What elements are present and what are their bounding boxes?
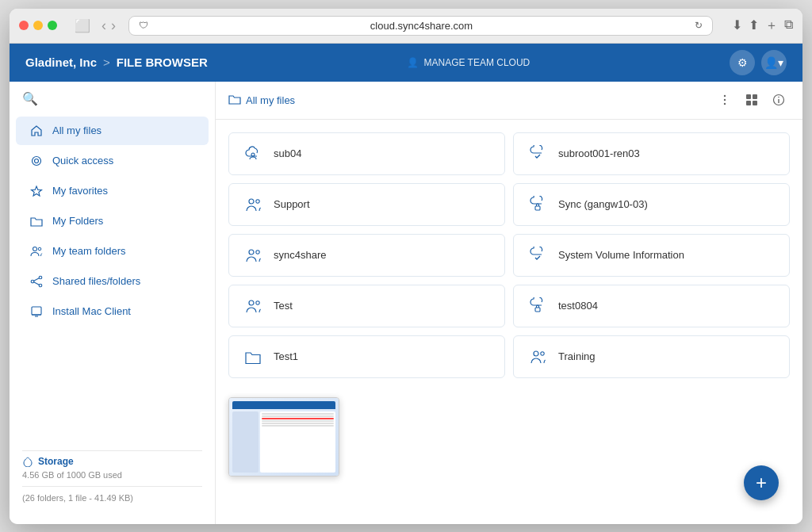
svg-point-6 (39, 284, 42, 287)
manage-team-button[interactable]: 👤 MANAGE TEAM CLOUD (407, 57, 530, 68)
header-center: 👤 MANAGE TEAM CLOUD (217, 57, 720, 68)
svg-rect-26 (535, 206, 540, 210)
svg-point-29 (249, 300, 254, 305)
svg-point-27 (249, 250, 254, 255)
sidebar-item-install-mac[interactable]: Install Mac Client (16, 297, 209, 326)
breadcrumb-folder-icon (228, 93, 241, 108)
view-options (714, 89, 790, 111)
file-icon-cloud-user (242, 143, 264, 165)
storage-detail-count: (26 folders, 1 file - 41.49 KB) (22, 492, 202, 505)
add-icon: + (756, 472, 767, 494)
file-name: subroot001-ren03 (558, 147, 776, 159)
svg-line-9 (34, 281, 40, 284)
svg-point-13 (724, 95, 726, 97)
sidebar-toggle-icon[interactable]: ⬜ (70, 17, 95, 35)
sidebar-item-my-folders[interactable]: My Folders (16, 207, 209, 235)
header-actions: ⚙ 👤▾ (730, 50, 787, 75)
info-button[interactable] (768, 89, 790, 111)
file-card-system-volume[interactable]: System Volume Information (513, 234, 790, 277)
install-icon (29, 304, 44, 320)
svg-marker-2 (32, 186, 42, 196)
sidebar-label-my-team-folders: My team folders (52, 245, 125, 257)
file-card-sub04[interactable]: sub04 (228, 132, 505, 175)
sidebar-item-quick-access[interactable]: Quick access (16, 147, 209, 175)
thumb-line (262, 415, 335, 417)
file-card-subroot001[interactable]: subroot001-ren03 (513, 132, 790, 175)
thumb-header (232, 401, 335, 409)
file-card-sync4share[interactable]: sync4share (228, 234, 505, 277)
svg-point-7 (31, 280, 34, 283)
forward-button[interactable]: › (111, 17, 116, 34)
file-card-training[interactable]: Training (513, 335, 790, 378)
settings-button[interactable]: ⚙ (730, 50, 755, 75)
add-button[interactable]: + (744, 465, 779, 500)
sidebar-label-my-favorites: My favorites (52, 185, 108, 197)
traffic-lights (19, 21, 57, 30)
svg-point-32 (534, 351, 538, 356)
sidebar-item-all-my-files[interactable]: All my files (16, 117, 209, 145)
sidebar-label-shared-files: Shared files/folders (52, 275, 140, 287)
thumb-line (262, 423, 335, 424)
svg-point-3 (33, 247, 37, 251)
svg-point-5 (39, 276, 42, 279)
svg-rect-18 (746, 101, 751, 105)
svg-point-1 (35, 159, 39, 163)
svg-line-8 (34, 277, 40, 280)
tabs-icon[interactable]: ⧉ (784, 17, 793, 34)
file-name: System Volume Information (558, 249, 776, 261)
back-button[interactable]: ‹ (102, 17, 106, 34)
home-icon (29, 123, 44, 139)
sidebar-item-my-team-folders[interactable]: My team folders (16, 237, 209, 266)
file-card-sync-gangw[interactable]: Sync (gangw10-03) (513, 183, 790, 226)
storage-detail-used: 4.56 GB of 1000 GB used (22, 469, 202, 482)
more-options-button[interactable] (714, 89, 736, 111)
svg-rect-16 (746, 94, 751, 99)
sidebar-item-my-favorites[interactable]: My favorites (16, 177, 209, 205)
share-icon[interactable]: ⬆ (749, 17, 759, 34)
sidebar-search[interactable]: 🔍 (10, 91, 215, 116)
grid-view-button[interactable] (741, 89, 763, 111)
svg-point-14 (724, 99, 726, 101)
svg-rect-19 (753, 101, 757, 105)
address-bar[interactable]: 🛡 cloud.sync4share.com ↻ (128, 16, 713, 36)
file-icon-users (242, 193, 264, 216)
file-card-test[interactable]: Test (228, 285, 505, 327)
svg-point-0 (33, 156, 41, 165)
file-name: Test (274, 300, 492, 312)
file-name: Support (274, 198, 492, 210)
svg-point-28 (256, 250, 259, 253)
content-wrapper: All my files (216, 82, 802, 524)
storage-detail-divider (22, 486, 202, 487)
content-header: All my files (216, 82, 802, 120)
nav-buttons: ‹ › (102, 17, 116, 34)
file-card-test1[interactable]: Test1 (228, 335, 505, 378)
url-display: cloud.sync4share.com (153, 20, 690, 32)
file-card-support[interactable]: Support (228, 183, 505, 226)
sidebar-label-quick-access: Quick access (52, 155, 113, 166)
file-name: sub04 (274, 147, 492, 159)
svg-point-24 (249, 199, 254, 204)
file-icon-cloud-lock2 (527, 295, 549, 317)
thumb-content (260, 411, 336, 473)
file-card-test0804[interactable]: test0804 (513, 285, 790, 327)
add-tab-icon[interactable]: ＋ (765, 17, 778, 34)
title-bar: ⬜ ‹ › 🛡 cloud.sync4share.com ↻ ⬇ ⬆ ＋ ⧉ (10, 9, 802, 44)
refresh-icon[interactable]: ↻ (695, 20, 703, 31)
sidebar-label-all-my-files: All my files (52, 124, 102, 136)
browser-window: ⬜ ‹ › 🛡 cloud.sync4share.com ↻ ⬇ ⬆ ＋ ⧉ G… (10, 9, 802, 524)
user-menu-button[interactable]: 👤▾ (761, 50, 787, 75)
minimize-dot[interactable] (33, 21, 43, 30)
storage-section: Storage 4.56 GB of 1000 GB used (26 fold… (10, 436, 215, 515)
download-icon[interactable]: ⬇ (732, 17, 742, 34)
file-icon-folder (242, 346, 264, 368)
sidebar-label-my-folders: My Folders (52, 215, 103, 227)
file-icon-cloud-lock (527, 193, 549, 216)
maximize-dot[interactable] (48, 21, 57, 30)
section-name: FILE BROWSER (117, 55, 208, 69)
eye-icon (29, 153, 44, 169)
company-name: Gladinet, Inc (25, 55, 97, 69)
sidebar-item-shared-files[interactable]: Shared files/folders (16, 267, 209, 296)
close-dot[interactable] (19, 21, 29, 30)
main-area: 🔍 All my files Quick access (10, 82, 802, 524)
svg-point-25 (256, 199, 259, 202)
